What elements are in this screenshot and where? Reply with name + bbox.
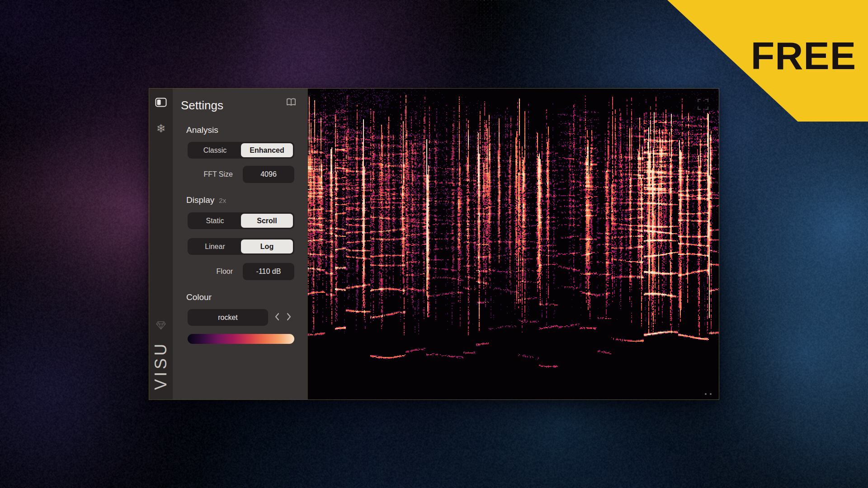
- scale-toggle: Linear Log: [188, 238, 294, 255]
- spectrogram-area: [307, 89, 719, 399]
- brand-logo: VISU: [149, 335, 173, 396]
- floor-label: Floor: [217, 267, 233, 276]
- free-badge-label: FREE: [751, 33, 856, 78]
- panel-toggle-icon: [155, 98, 167, 108]
- open-book-icon: [286, 98, 297, 108]
- page-title: Settings: [181, 98, 223, 113]
- display-section-label: Display 2x: [186, 195, 307, 206]
- colour-section-label: Colour: [186, 292, 307, 303]
- chevron-left-icon: [274, 313, 280, 322]
- plugin-sidebar: ❄ VISU: [149, 89, 173, 399]
- colormap-select[interactable]: rocket: [188, 309, 268, 326]
- sidebar-toggle-button[interactable]: [155, 98, 167, 108]
- resize-grip[interactable]: [705, 393, 712, 395]
- spectrogram-canvas: [308, 89, 719, 399]
- floor-row: Floor -110 dB: [188, 263, 294, 280]
- panel-header: Settings: [173, 89, 307, 113]
- analysis-mode-classic[interactable]: Classic: [189, 143, 241, 157]
- display-mode-static[interactable]: Static: [189, 214, 241, 228]
- display-mode-toggle: Static Scroll: [188, 212, 294, 229]
- colormap-gradient: [188, 334, 294, 344]
- premium-gem[interactable]: [149, 321, 173, 332]
- scale-linear[interactable]: Linear: [189, 239, 241, 253]
- settings-panel: Settings Analysis Classic Enhanced FFT S…: [173, 89, 307, 399]
- diamond-icon: [156, 321, 166, 332]
- chevron-right-icon: [286, 313, 292, 322]
- freeze-button[interactable]: ❄: [156, 123, 166, 134]
- analysis-mode-toggle: Classic Enhanced: [188, 142, 294, 159]
- fft-size-select[interactable]: 4096: [243, 166, 294, 183]
- colormap-prev-button[interactable]: [268, 313, 280, 322]
- scale-log[interactable]: Log: [241, 239, 293, 253]
- fft-size-row: FFT Size 4096: [188, 166, 294, 183]
- display-mode-scroll[interactable]: Scroll: [241, 214, 293, 228]
- manual-button[interactable]: [286, 98, 297, 108]
- oversampling-badge: 2x: [219, 195, 226, 206]
- fft-size-label: FFT Size: [203, 170, 233, 178]
- fullscreen-corners-icon: [697, 105, 709, 112]
- plugin-window: ❄ VISU Settings: [149, 88, 719, 400]
- snowflake-icon: ❄: [156, 123, 166, 134]
- fullscreen-button[interactable]: [697, 99, 709, 112]
- analysis-mode-enhanced[interactable]: Enhanced: [241, 143, 293, 157]
- colormap-row: rocket: [188, 309, 294, 326]
- colormap-next-button[interactable]: [280, 313, 292, 322]
- analysis-section-label: Analysis: [186, 125, 307, 136]
- floor-select[interactable]: -110 dB: [243, 263, 294, 280]
